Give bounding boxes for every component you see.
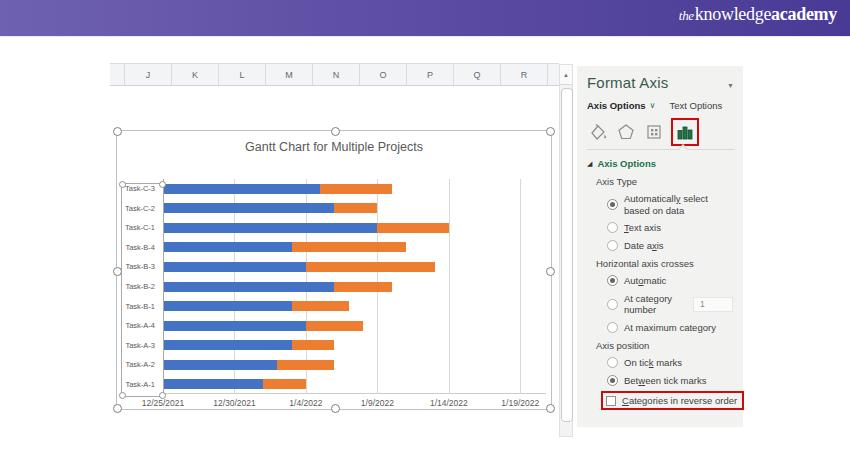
gantt-bar-start-segment[interactable]	[163, 321, 306, 331]
x-axis-tick-label[interactable]: 1/14/2022	[430, 398, 468, 408]
radio-option-at-category-number[interactable]: At category number	[607, 293, 735, 316]
gantt-bar-duration-segment[interactable]	[334, 203, 377, 213]
gantt-bar-duration-segment[interactable]	[377, 223, 448, 233]
column-header[interactable]: P	[407, 64, 454, 85]
chevron-down-icon[interactable]: ∨	[650, 101, 656, 110]
resize-handle-middle-left[interactable]	[113, 267, 122, 276]
format-axis-panel: Format Axis ▼ Axis Options ∨ Text Option…	[577, 66, 743, 427]
resize-handle-top-right[interactable]	[546, 127, 555, 136]
scrollbar-thumb[interactable]	[561, 88, 573, 422]
gantt-bar-start-segment[interactable]	[163, 184, 320, 194]
divider-notch	[677, 144, 688, 155]
gantt-bar-duration-segment[interactable]	[306, 321, 363, 331]
radio-option-at-maximum-category[interactable]: At maximum category	[607, 322, 735, 334]
panel-options-dropdown-icon[interactable]: ▼	[727, 82, 734, 89]
radio-button[interactable]	[607, 357, 618, 368]
column-header[interactable]: L	[219, 64, 266, 85]
column-header[interactable]: N	[313, 64, 360, 85]
radio-button-selected[interactable]	[607, 275, 618, 286]
section-axis-options[interactable]: ◢ Axis Options	[587, 158, 735, 169]
column-header[interactable]: O	[360, 64, 407, 85]
date-axis[interactable]: 12/25/202112/30/20211/4/20221/9/20221/14…	[163, 398, 546, 410]
section-axis-options-label[interactable]: Axis Options	[597, 158, 656, 169]
radio-button[interactable]	[607, 240, 618, 251]
radio-option-between-tick-marks[interactable]: Between tick marks	[607, 375, 735, 387]
category-number-input[interactable]	[693, 297, 733, 312]
scroll-up-button[interactable]: ▲	[560, 65, 572, 85]
resize-handle-bottom-right[interactable]	[546, 404, 555, 413]
gantt-bar-start-segment[interactable]	[163, 379, 263, 389]
gantt-bar-start-segment[interactable]	[163, 203, 334, 213]
gantt-bar-start-segment[interactable]	[163, 223, 377, 233]
gantt-bar-duration-segment[interactable]	[320, 184, 391, 194]
group-axis-position-label: Axis position	[596, 340, 735, 351]
gantt-row-bar	[163, 282, 546, 292]
radio-option-text-axis[interactable]: Text axis	[607, 222, 735, 234]
chart-title[interactable]: Gantt Chart for Multiple Projects	[117, 140, 551, 154]
gantt-bar-duration-segment[interactable]	[292, 242, 406, 252]
radio-button-selected[interactable]	[607, 199, 618, 210]
sheet-vertical-scrollbar[interactable]: ▲	[559, 64, 573, 437]
resize-handle-middle-right[interactable]	[546, 267, 555, 276]
column-header[interactable]: M	[266, 64, 313, 85]
radio-label: At category number	[624, 293, 686, 316]
gantt-bar-duration-segment[interactable]	[334, 282, 391, 292]
gantt-bar-start-segment[interactable]	[163, 340, 292, 350]
radio-label: At maximum category	[624, 322, 716, 334]
excel-chart[interactable]: Gantt Chart for Multiple Projects Task-C…	[116, 130, 552, 410]
x-axis-tick-label[interactable]: 12/30/2021	[213, 398, 256, 408]
scroll-up-icon: ▲	[563, 72, 569, 78]
column-header[interactable]: J	[125, 64, 172, 85]
chart-columns-icon[interactable]	[675, 122, 695, 142]
tab-text-options[interactable]: Text Options	[669, 100, 722, 111]
gantt-bar-start-segment[interactable]	[163, 282, 334, 292]
selection-dot[interactable]	[119, 392, 126, 399]
x-axis-tick-label[interactable]: 12/25/2021	[142, 398, 185, 408]
resize-handle-bottom-left[interactable]	[113, 404, 122, 413]
collapse-triangle-icon[interactable]: ◢	[587, 160, 592, 168]
radio-option-on-tick-marks[interactable]: On tick marks	[607, 357, 735, 369]
gantt-bar-duration-segment[interactable]	[277, 360, 334, 370]
fill-line-icon[interactable]	[587, 121, 609, 143]
radio-option-automatic[interactable]: Automatic	[607, 275, 735, 287]
gantt-row-bar	[163, 301, 546, 311]
radio-button[interactable]	[607, 222, 618, 233]
size-properties-icon[interactable]	[643, 121, 665, 143]
gantt-bar-start-segment[interactable]	[163, 360, 277, 370]
radio-label: On tick marks	[624, 357, 682, 369]
column-header[interactable]: R	[501, 64, 548, 85]
radio-button-selected[interactable]	[607, 375, 618, 386]
x-axis-tick-label[interactable]: 1/19/2022	[501, 398, 539, 408]
gantt-bar-duration-segment[interactable]	[292, 340, 335, 350]
x-axis-tick-label[interactable]: 1/9/2022	[361, 398, 394, 408]
gantt-bar-start-segment[interactable]	[163, 301, 292, 311]
effects-icon[interactable]	[615, 121, 637, 143]
resize-handle-top-center[interactable]	[331, 127, 340, 136]
divider	[587, 149, 735, 150]
resize-handle-top-left[interactable]	[113, 127, 122, 136]
radio-option-auto-select[interactable]: Automatically select based on data	[607, 193, 735, 216]
radio-button[interactable]	[607, 322, 618, 333]
x-axis-tick-label[interactable]: 1/4/2022	[289, 398, 322, 408]
selection-dot[interactable]	[119, 181, 126, 188]
gantt-row-bar	[163, 379, 546, 389]
gantt-bar-start-segment[interactable]	[163, 262, 306, 272]
radio-option-date-axis[interactable]: Date axis	[607, 240, 735, 252]
column-header[interactable]: Q	[454, 64, 501, 85]
column-header[interactable]: K	[172, 64, 219, 85]
radio-label: Automatically select based on data	[624, 193, 735, 216]
gantt-bar-duration-segment[interactable]	[263, 379, 306, 389]
gantt-bar-duration-segment[interactable]	[306, 262, 435, 272]
resize-handle-bottom-center[interactable]	[331, 404, 340, 413]
gantt-bar-start-segment[interactable]	[163, 242, 292, 252]
selection-dot[interactable]	[159, 181, 166, 188]
categories-reverse-order-checkbox[interactable]	[606, 396, 616, 406]
categories-reverse-order-highlight: Categories in reverse order	[601, 391, 744, 410]
horizontal-axis-line	[163, 393, 546, 394]
brand-logo: theknowledgeacademy	[679, 4, 837, 25]
radio-button[interactable]	[607, 299, 618, 310]
gantt-bar-duration-segment[interactable]	[292, 301, 349, 311]
axis-options-icon-highlight	[671, 118, 699, 146]
tab-axis-options[interactable]: Axis Options	[587, 100, 646, 111]
radio-label: Text axis	[624, 222, 661, 234]
